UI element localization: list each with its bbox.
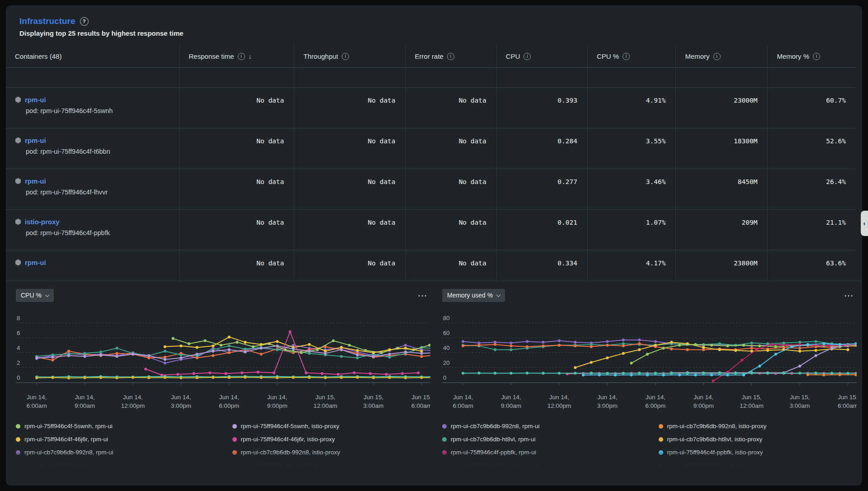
cell-memory: 23000M [675,88,767,128]
legend-color-dot [442,424,447,429]
legend-item[interactable]: rpm-ui-cb7c9b6db-992n8, rpm-ui [16,446,214,459]
legend-item[interactable]: rpm-ui-cb7c9b6db-ht8vl, rpm-ui [442,433,641,446]
column-header-label: Memory [685,52,709,60]
legend-item[interactable]: rpm-ui-75ff946c4f-5swnh, rpm-ui [16,420,214,433]
legend-item[interactable]: rpm-ui-cb7c9b6db-992n8, rpm-ui [442,420,641,433]
chevron-down-icon [45,293,49,297]
container-link[interactable]: rpm-ui [25,137,46,144]
cell-memory: 23800M [675,250,767,281]
chart-legend: rpm-ui-75ff946c4f-5swnh, rpm-uirpm-ui-75… [16,420,430,466]
cell-memory-pct [767,68,856,87]
plot-area: 02468 Jun 14, 6:00amJun 14, 9:00amJun 14… [16,315,430,414]
info-icon[interactable]: i [813,53,820,60]
column-header-label: Response time [189,52,234,60]
column-header-label: CPU % [597,52,619,60]
cell-throughput: No data [294,88,405,128]
infrastructure-screen: Infrastructure ? Displaying top 25 resul… [0,0,868,491]
cell-memory-pct: 26.4% [767,169,856,209]
x-axis-tick: Jun 15, 6:00am [411,393,430,411]
cell-cpu [496,68,587,87]
legend-item[interactable]: rpm-ui-75ff946c4f-5swnh, istio-proxy [232,420,431,433]
container-hexagon-icon [15,259,21,266]
cell-memory-pct: 52.6% [767,128,856,169]
legend-item[interactable]: rpm-ui-75ff946c4f-5swnh, rpm-ui [442,459,641,466]
x-axis-tick: Jun 14, 6:00pm [645,393,665,411]
pod-label: pod: rpm-ui-75ff946c4f-ppbfk [26,229,179,236]
cell-cpu-pct: 4.17% [587,250,676,281]
info-icon[interactable]: i [713,53,721,60]
svg-text:0: 0 [17,374,20,381]
x-axis-tick: Jun 15, 6:00am [838,393,857,411]
legend-item[interactable]: rpm-ui-75ff946c4f-46j6r, rpm-ui [16,433,214,446]
metric-selector-dropdown[interactable]: Memory used % [442,289,505,302]
container-cell: rpm-uipod: rpm-ui-75ff946c4f-lhvvr [6,169,179,209]
legend-item[interactable]: rpm-ui-75ff946c4f-ppbfk, rpm-ui [442,446,641,459]
header: Infrastructure ? Displaying top 25 resul… [6,5,862,37]
cell-memory: 18300M [675,128,767,169]
pod-label: pod: rpm-ui-75ff946c4f-5swnh [26,107,179,114]
x-axis-tick: Jun 14, 9:00am [75,393,95,411]
info-icon[interactable]: i [447,53,454,60]
x-axis-tick: Jun 15, 3:00am [363,393,384,411]
legend-item[interactable]: rpm-ui-75ff946c4f-46j6r, istio-proxy [232,433,431,446]
x-axis: Jun 14, 6:00amJun 14, 9:00amJun 14, 12:0… [16,392,430,414]
x-axis-tick: Jun 14, 12:00pm [547,393,571,411]
legend-column: rpm-ui-cb7c9b6db-992n8, rpm-uirpm-ui-cb7… [442,420,641,466]
legend-item[interactable]: rpm-ui-cb7c9b6db-992n8, istio-proxy [659,420,857,433]
column-header-label: Memory % [777,52,809,60]
cell-error-rate: No data [406,250,496,281]
x-axis-tick: Jun 15, 12:00am [313,393,337,411]
info-icon[interactable]: i [524,53,531,60]
container-link[interactable]: rpm-ui [25,177,46,185]
column-header-containers-48[interactable]: Containers (48) [6,45,179,67]
info-icon[interactable]: i [238,53,245,60]
column-header-error-rate[interactable]: Error ratei [406,45,496,67]
line-chart: 020406080 [442,315,857,391]
info-icon[interactable]: i [623,53,630,60]
svg-text:60: 60 [443,330,450,336]
legend-label: rpm-ui-cb7c9b6db-992n8, istio-proxy [241,449,340,456]
legend-item[interactable]: rpm-ui-cb7c9b6db-ht8vl, istio-proxy [232,459,431,466]
table-row: pod: rpm-ui-75ff946c4f-46j6r [6,68,856,88]
expand-drawer-handle[interactable]: ‹ [861,211,868,236]
memory-used-pct-chart-card: Memory used % ⋯ 020406080 Jun 14, 6:00am… [442,288,857,466]
cell-error-rate: No data [406,210,496,250]
container-link[interactable]: istio-proxy [25,218,60,226]
legend-item[interactable]: rpm-ui-cb7c9b6db-ht8vl, istio-proxy [659,433,857,446]
container-link[interactable]: rpm-ui [25,259,46,266]
cell-memory: 209M [675,210,767,250]
legend-item[interactable]: rpm-ui-cb7c9b6db-992n8, istio-proxy [232,446,431,459]
table-row: rpm-uipod: rpm-ui-75ff946c4f-5swnhNo dat… [6,88,856,128]
legend-item[interactable]: rpm-ui-75ff946c4f-5swnh, istio-proxy [659,459,857,466]
container-cell: rpm-ui [6,250,179,281]
legend-label: rpm-ui-cb7c9b6db-ht8vl, istio-proxy [241,462,336,466]
legend-item[interactable]: rpm-ui-cb7c9b6db-ht8vl, rpm-ui [16,459,214,466]
column-header-memory-pct[interactable]: Memory %i [767,45,856,67]
container-cell: pod: rpm-ui-75ff946c4f-46j6r [6,68,179,87]
info-icon[interactable]: i [342,53,349,60]
sort-desc-icon: ↓ [249,53,252,60]
column-header-memory[interactable]: Memoryi [675,45,767,67]
container-link[interactable]: rpm-ui [25,96,46,104]
legend-color-dot [442,437,447,442]
column-header-throughput[interactable]: Throughputi [294,45,405,67]
chart-menu-button[interactable]: ⋯ [841,290,857,301]
metric-selector-dropdown[interactable]: CPU % [16,289,54,302]
column-header-cpu[interactable]: CPUi [496,45,587,67]
legend-color-dot [16,437,20,442]
legend-column: rpm-ui-75ff946c4f-5swnh, istio-proxyrpm-… [232,420,431,466]
legend-item[interactable]: rpm-ui-75ff946c4f-ppbfk, istio-proxy [659,446,857,459]
column-header-cpu-pct[interactable]: CPU %i [587,45,676,67]
legend-label: rpm-ui-cb7c9b6db-ht8vl, rpm-ui [24,462,109,466]
legend-color-dot [16,424,20,429]
chart-menu-button[interactable]: ⋯ [415,290,430,301]
help-icon[interactable]: ? [80,17,89,26]
legend-color-dot [659,437,663,442]
legend-label: rpm-ui-cb7c9b6db-992n8, rpm-ui [451,423,540,430]
container-hexagon-icon [15,218,21,225]
column-header-response-time[interactable]: Response timei↓ [179,45,294,67]
charts-row: CPU % ⋯ 02468 Jun 14, 6:00amJun 14, 9:00… [6,281,862,466]
cell-memory: 8450M [675,169,767,209]
table-row: rpm-uipod: rpm-ui-75ff946c4f-lhvvrNo dat… [6,169,856,210]
svg-text:80: 80 [443,315,450,321]
